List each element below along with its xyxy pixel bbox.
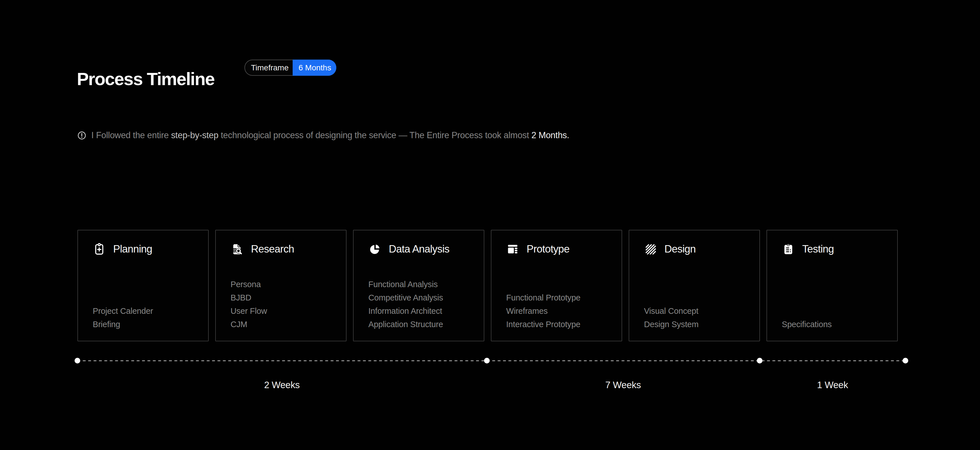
stage-item: Persona bbox=[231, 278, 336, 291]
stage-item: CJM bbox=[231, 318, 336, 331]
file-search-icon bbox=[231, 243, 243, 255]
week-label: 2 Weeks bbox=[264, 380, 300, 390]
alert-circle-icon bbox=[77, 131, 86, 140]
note-text: I Followed the entire step-by-step techn… bbox=[91, 130, 569, 140]
stage-card-header: Data Analysis bbox=[368, 243, 474, 255]
stage-items: Project CalenderBriefing bbox=[93, 305, 198, 331]
week-label: 1 Week bbox=[817, 380, 848, 390]
week-label: 7 Weeks bbox=[605, 380, 641, 390]
stage-item: Competitive Analysis bbox=[368, 291, 474, 305]
page-title: Process Timeline bbox=[77, 69, 215, 89]
stage-card: Testing Specifications bbox=[767, 230, 898, 341]
timeline-dot bbox=[75, 358, 80, 364]
stage-card-header: Planning bbox=[93, 243, 198, 255]
stage-title: Design bbox=[664, 243, 695, 255]
timeline-dot bbox=[757, 358, 762, 364]
stage-items: Functional AnalysisCompetitive AnalysisI… bbox=[368, 278, 474, 331]
stage-item: Wireframes bbox=[506, 305, 611, 318]
clipboard-plus-icon bbox=[93, 243, 106, 255]
timeframe-pill-value: 6 Months bbox=[293, 60, 336, 76]
stage-card: Prototype Functional PrototypeWireframes… bbox=[491, 230, 622, 341]
stage-items: PersonaBJBDUser FlowCJM bbox=[231, 278, 336, 331]
note-text-part: step-by-step bbox=[171, 130, 218, 140]
stage-item: Project Calender bbox=[93, 305, 198, 318]
stage-item: Functional Prototype bbox=[506, 291, 611, 305]
timeline-labels: 2 Weeks7 Weeks1 Week bbox=[77, 380, 905, 391]
stage-item: Interactive Prototype bbox=[506, 318, 611, 331]
stage-item: BJBD bbox=[231, 291, 336, 305]
timeline-dot bbox=[484, 358, 490, 364]
note-text-part: I Followed the entire bbox=[91, 130, 171, 140]
timeframe-pill-label: Timeframe bbox=[245, 60, 293, 75]
stage-card-header: Design bbox=[644, 243, 749, 255]
stage-item: Visual Concept bbox=[644, 305, 749, 318]
stage-item: User Flow bbox=[231, 305, 336, 318]
stages-row: Planning Project CalenderBriefing Resear… bbox=[77, 230, 898, 341]
clipboard-list-icon bbox=[782, 243, 795, 255]
layout-panel-icon bbox=[506, 243, 519, 255]
stage-item: Functional Analysis bbox=[368, 278, 474, 291]
stage-card-header: Prototype bbox=[506, 243, 611, 255]
stage-items: Functional PrototypeWireframesInteractiv… bbox=[506, 291, 611, 331]
stage-items: Specifications bbox=[782, 318, 887, 331]
stage-card-header: Research bbox=[231, 243, 336, 255]
stage-item: Specifications bbox=[782, 318, 887, 331]
stage-card: Research PersonaBJBDUser FlowCJM bbox=[215, 230, 347, 341]
diagonal-lines-icon bbox=[644, 243, 657, 255]
timeline-dashed-line bbox=[77, 360, 905, 361]
stage-item: Application Structure bbox=[368, 318, 474, 331]
stage-card: Design Visual ConceptDesign System bbox=[628, 230, 760, 341]
stage-card: Data Analysis Functional AnalysisCompeti… bbox=[353, 230, 484, 341]
stage-card: Planning Project CalenderBriefing bbox=[77, 230, 209, 341]
stage-item: Briefing bbox=[93, 318, 198, 331]
timeframe-pill[interactable]: Timeframe 6 Months bbox=[245, 60, 336, 76]
stage-title: Planning bbox=[113, 243, 152, 255]
stage-item: Design System bbox=[644, 318, 749, 331]
timeline-dot bbox=[903, 358, 908, 364]
stage-items: Visual ConceptDesign System bbox=[644, 305, 749, 331]
stage-card-header: Testing bbox=[782, 243, 887, 255]
process-note: I Followed the entire step-by-step techn… bbox=[77, 130, 569, 140]
note-text-part: 2 Months. bbox=[531, 130, 569, 140]
stage-title: Data Analysis bbox=[389, 243, 449, 255]
stage-title: Prototype bbox=[527, 243, 570, 255]
pie-chart-icon bbox=[368, 243, 382, 255]
timeline-track bbox=[77, 358, 905, 364]
stage-title: Research bbox=[251, 243, 294, 255]
stage-item: Information Architect bbox=[368, 305, 474, 318]
note-text-part: technological process of designing the s… bbox=[218, 130, 531, 140]
stage-title: Testing bbox=[802, 243, 834, 255]
